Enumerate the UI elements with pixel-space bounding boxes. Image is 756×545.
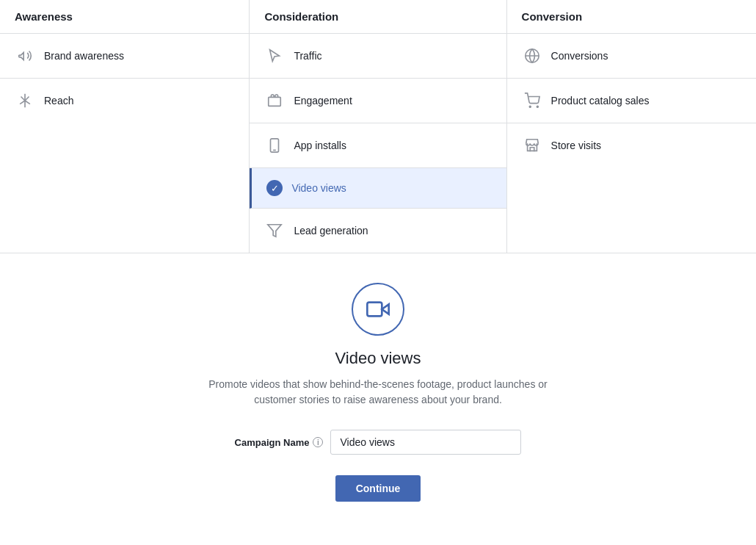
consideration-column: Traffic Engagement <box>250 34 506 253</box>
objective-store-visits[interactable]: Store visits <box>507 123 756 167</box>
objective-product-catalog[interactable]: Product catalog sales <box>507 79 756 123</box>
objective-reach[interactable]: Reach <box>0 79 249 123</box>
objective-table: Awareness Consideration Conversion Br <box>0 0 756 253</box>
brand-awareness-label: Brand awareness <box>44 50 124 62</box>
detail-description: Promote videos that show behind-the-scen… <box>195 377 561 408</box>
engagement-label: Engagement <box>294 95 352 107</box>
svg-marker-8 <box>268 225 281 237</box>
engagement-icon <box>264 90 285 111</box>
video-icon-circle <box>352 283 404 336</box>
header-conversion: Conversion <box>506 0 756 34</box>
reach-icon <box>15 90 35 111</box>
megaphone-icon <box>15 46 35 66</box>
store-visits-label: Store visits <box>551 140 601 151</box>
svg-point-11 <box>537 106 538 107</box>
objective-conversions[interactable]: Conversions <box>507 34 756 79</box>
app-icon <box>264 135 285 156</box>
video-views-label: Video views <box>291 182 346 194</box>
detail-section: Video views Promote videos that show beh… <box>0 253 756 524</box>
conversion-column: Conversions Product catalog sales <box>506 34 756 253</box>
reach-label: Reach <box>44 95 73 107</box>
traffic-label: Traffic <box>294 50 321 62</box>
header-consideration: Consideration <box>250 0 506 34</box>
objective-app-installs[interactable]: App installs <box>250 123 506 168</box>
svg-marker-12 <box>382 304 388 314</box>
svg-line-2 <box>25 101 30 104</box>
svg-rect-6 <box>269 97 281 106</box>
svg-point-10 <box>529 106 531 107</box>
product-catalog-label: Product catalog sales <box>551 95 650 107</box>
svg-rect-13 <box>367 303 382 317</box>
svg-line-3 <box>21 97 26 101</box>
selected-check-icon: ✓ <box>266 180 283 196</box>
lead-generation-label: Lead generation <box>294 225 368 237</box>
awareness-column: Brand awareness Reach <box>0 34 250 253</box>
store-icon <box>522 135 542 156</box>
filter-icon <box>264 220 285 241</box>
continue-button[interactable]: Continue <box>335 475 421 502</box>
objective-lead-generation[interactable]: Lead generation <box>250 209 506 253</box>
globe-icon <box>522 46 542 66</box>
conversions-label: Conversions <box>551 50 608 62</box>
objective-traffic[interactable]: Traffic <box>250 34 506 79</box>
campaign-name-row: Campaign Name i <box>235 430 522 455</box>
campaign-name-input[interactable] <box>330 430 521 455</box>
app-installs-label: App installs <box>294 140 346 151</box>
objective-engagement[interactable]: Engagement <box>250 79 506 123</box>
cart-icon <box>522 90 542 111</box>
header-awareness: Awareness <box>0 0 250 34</box>
campaign-name-label: Campaign Name i <box>235 437 324 448</box>
svg-line-4 <box>25 97 29 101</box>
cursor-icon <box>264 46 285 66</box>
info-icon[interactable]: i <box>313 437 323 447</box>
objective-brand-awareness[interactable]: Brand awareness <box>0 34 249 79</box>
svg-line-1 <box>20 101 25 104</box>
detail-title: Video views <box>335 349 421 368</box>
objective-video-views[interactable]: ✓ Video views <box>250 168 506 209</box>
